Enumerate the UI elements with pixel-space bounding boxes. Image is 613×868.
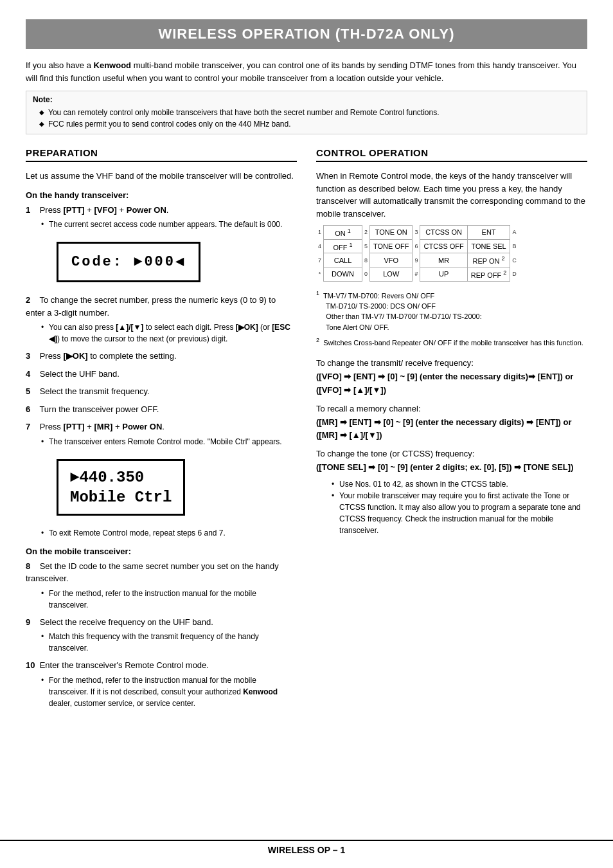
key-on: ON 1	[324, 226, 362, 240]
key-num-1: 1	[316, 226, 324, 240]
key-num-8: 8	[362, 253, 370, 267]
key-row-3: 7 CALL 8 VFO 9 MR REP ON 2 C	[316, 253, 519, 267]
title-bar: WIRELESS OPERATION (TH-D72A ONLY)	[26, 19, 587, 49]
key-off: OFF 1	[324, 239, 362, 253]
handy-subsection: On the handy transceiver:	[26, 190, 297, 200]
key-num-5: 5	[362, 239, 370, 253]
key-rep-on: REP ON 2	[467, 253, 510, 267]
step-3: 3 Press [▶OK] to complete the setting.	[26, 350, 297, 363]
key-num-3: 3	[413, 226, 420, 240]
key-grid: 1 ON 1 2 TONE ON 3 CTCSS ON ENT A 4 OFF …	[316, 225, 519, 282]
key-ctcss-off: CTCSS OFF	[420, 239, 467, 253]
tone-bullet-2: Your mobile transceiver may require you …	[332, 490, 587, 536]
key-num-9: 9	[413, 253, 420, 267]
control-section: CONTROL OPERATION When in Remote Control…	[316, 147, 587, 714]
step-2: 2 To change the secret number, press the…	[26, 294, 297, 345]
step-1: 1 Press [PTT] + [VFO] + Power ON. The cu…	[26, 204, 297, 289]
key-letter-a: A	[510, 226, 519, 240]
note-item-1: You can remotely control only mobile tra…	[39, 107, 580, 118]
step-10: 10 Enter the transceiver's Remote Contro…	[26, 659, 297, 709]
key-star: *	[316, 267, 324, 281]
mobile-steps: 8 Set the ID code to the same secret num…	[26, 560, 297, 709]
step-8: 8 Set the ID code to the same secret num…	[26, 560, 297, 611]
step-9-bullet: Match this frequency with the transmit f…	[41, 631, 297, 654]
freq-change-title: To change the transmit/ receive frequenc…	[316, 357, 587, 370]
step-7-bullet: The transceiver enters Remote Control mo…	[41, 436, 297, 448]
key-ent: ENT	[467, 226, 510, 240]
key-hash: #	[413, 267, 420, 281]
preparation-intro: Let us assume the VHF band of the mobile…	[26, 170, 297, 183]
key-letter-c: C	[510, 253, 519, 267]
step-8-bullet: For the method, refer to the instruction…	[41, 588, 297, 611]
tone-bullet-1: Use Nos. 01 to 42, as shown in the CTCSS…	[332, 478, 587, 490]
tone-block: To change the tone (or CTCSS) frequency:…	[316, 448, 587, 536]
preparation-title: PREPARATION	[26, 147, 297, 162]
step-6: 6 Turn the transceiver power OFF.	[26, 403, 297, 416]
key-tone-off: TONE OFF	[370, 239, 413, 253]
freq-display: ►440.350Mobile Ctrl	[57, 459, 185, 516]
page-footer: WIRELESS OP – 1	[0, 840, 613, 855]
step-9: 9 Select the receive frequency on the UH…	[26, 616, 297, 655]
key-tone-on: TONE ON	[370, 226, 413, 240]
key-rep-off: REP OFF 2	[467, 267, 510, 281]
control-intro: When in Remote Control mode, the keys of…	[316, 170, 587, 220]
footnote-2: 2 Switches Cross-band Repeater ON/ OFF i…	[316, 336, 587, 348]
recall-formula: ([MR] ➡ [ENT] ➡ [0] ~ [9] (enter the nec…	[316, 416, 587, 443]
control-title: CONTROL OPERATION	[316, 147, 587, 162]
key-low: LOW	[370, 267, 413, 281]
key-vfo: VFO	[370, 253, 413, 267]
recall-title: To recall a memory channel:	[316, 402, 587, 416]
recall-block: To recall a memory channel: ([MR] ➡ [ENT…	[316, 402, 587, 442]
tone-title: To change the tone (or CTCSS) frequency:	[316, 448, 587, 461]
exit-note: To exit Remote Control mode, repeat step…	[41, 527, 297, 539]
step-5: 5 Select the transmit frequency.	[26, 385, 297, 398]
page-title: WIRELESS OPERATION (TH-D72A ONLY)	[26, 26, 587, 42]
key-num-2: 2	[362, 226, 370, 240]
key-tone-sel: TONE SEL	[467, 239, 510, 253]
key-call: CALL	[324, 253, 362, 267]
key-num-6: 6	[413, 239, 420, 253]
step-1-bullet: The current secret access code number ap…	[41, 219, 297, 230]
note-item-2: FCC rules permit you to send control cod…	[39, 118, 580, 130]
key-down: DOWN	[324, 267, 362, 281]
key-num-4: 4	[316, 239, 324, 253]
key-mr: MR	[420, 253, 467, 267]
freq-change-formula: ([VFO] ➡ [ENT] ➡ [0] ~ [9] (enter the ne…	[316, 370, 587, 397]
note-list: You can remotely control only mobile tra…	[33, 107, 580, 130]
page: WIRELESS OPERATION (TH-D72A ONLY) If you…	[0, 0, 613, 868]
note-box: Note: You can remotely control only mobi…	[26, 91, 587, 134]
key-row-2: 4 OFF 1 5 TONE OFF 6 CTCSS OFF TONE SEL …	[316, 239, 519, 253]
footnote-1: 1 TM-V7/ TM-D700: Revers ON/ OFF TM-D710…	[316, 289, 587, 333]
key-row-1: 1 ON 1 2 TONE ON 3 CTCSS ON ENT A	[316, 226, 519, 240]
step-10-bullet: For the method, refer to the instruction…	[41, 674, 297, 709]
code-display: Code: ►000◀	[57, 242, 200, 282]
key-ctcss-on: CTCSS ON	[420, 226, 467, 240]
freq-change-block: To change the transmit/ receive frequenc…	[316, 357, 587, 397]
intro-text: If you also have a Kenwood multi-band mo…	[26, 59, 587, 84]
key-num-0: 0	[362, 267, 370, 281]
note-title: Note:	[33, 95, 580, 104]
mobile-subsection: On the mobile transceiver:	[26, 547, 297, 556]
key-row-4: * DOWN 0 LOW # UP REP OFF 2 D	[316, 267, 519, 281]
handy-steps: 1 Press [PTT] + [VFO] + Power ON. The cu…	[26, 204, 297, 539]
tone-formula: ([TONE SEL] ➡ [0] ~ [9] (enter 2 digits;…	[316, 461, 587, 475]
footer-text: WIRELESS OP – 1	[268, 845, 345, 855]
key-num-7: 7	[316, 253, 324, 267]
key-up: UP	[420, 267, 467, 281]
two-col-layout: PREPARATION Let us assume the VHF band o…	[26, 147, 587, 714]
step-2-bullet: You can also press [▲]/[▼] to select eac…	[41, 321, 297, 345]
key-letter-b: B	[510, 239, 519, 253]
step-7: 7 Press [PTT] + [MR] + Power ON. The tra…	[26, 420, 297, 539]
step-4: 4 Select the UHF band.	[26, 368, 297, 381]
preparation-section: PREPARATION Let us assume the VHF band o…	[26, 147, 297, 714]
key-letter-d: D	[510, 267, 519, 281]
